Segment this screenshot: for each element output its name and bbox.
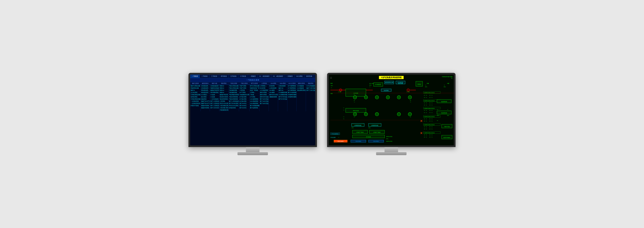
menu-item[interactable]: 闭式分水化系统 [228,105,239,107]
menu-item[interactable]: 汽机辅助机系统 [219,109,228,111]
menu-item[interactable]: 锅炉3# [190,89,200,92]
menu-item[interactable]: MFT跳闸制组 [287,85,296,87]
tab-aux34[interactable]: #3、4机组辅控 [271,75,285,78]
tab-aux2[interactable]: 二期辅控 [285,75,294,78]
menu-item[interactable]: A棚辅助测测 [269,96,278,98]
menu-item[interactable]: 量子上层高温监组 [210,105,219,107]
menu-item[interactable]: 点火机系统 [190,92,200,94]
menu-item[interactable]: 二次压差监组 [210,98,219,100]
menu-item[interactable]: 量子补水机系统 [228,103,239,105]
menu-item[interactable]: A#机组检测 [278,85,287,87]
menu-item[interactable]: 量子EF跳闸测量 [287,92,296,94]
menu-item[interactable]: 再热器温度— [201,89,210,92]
menu-item[interactable]: A#机组检测 [269,87,278,89]
menu-item[interactable]: API电H控制 [239,98,249,100]
menu-item[interactable]: 闭式分水化系统 [219,103,228,105]
menu-item[interactable]: 锅炉分系统总貌 [190,85,200,87]
menu-item[interactable]: 220V电源系统 [250,100,260,103]
menu-item[interactable]: SCR脱硫组 [297,87,306,89]
menu-item[interactable]: 疏水系统 [201,96,210,98]
tab-unit6[interactable]: 六号机组 [238,75,248,78]
menu-item[interactable]: 汽机辅助系统 [228,89,239,92]
menu-item[interactable]: 量子3D补充监组 [260,100,268,103]
tab-aux1[interactable]: 一期辅控 [248,75,258,78]
menu-item[interactable]: 引风机系统及烟风 [190,94,200,96]
tab-unit5[interactable]: 五号机组 [229,75,238,78]
menu-item[interactable]: 汽机分系统总貌 [228,85,239,87]
home-icon[interactable]: ⌂ [330,76,332,79]
menu-item[interactable]: 量子门3补充监组 [306,89,315,92]
menu-item[interactable]: 制粉SD [219,87,228,89]
menu-item[interactable]: 制粉SD [219,92,228,94]
menu-item[interactable]: 制粉SD [219,89,228,92]
menu-item[interactable]: SCRS内脱硫组 [306,85,315,87]
menu-item[interactable]: 护壁空气系统 [190,105,200,107]
menu-item[interactable]: 量子EF补充监组 [278,96,287,98]
menu-item[interactable]: 小机电 [250,94,260,96]
menu-item[interactable]: 磁场炉风管理 [219,94,228,96]
menu-item[interactable]: 一次风机系统及脱硫 [190,103,200,105]
menu-item[interactable]: 送风机系统 [190,96,200,98]
menu-item[interactable]: 汽机气系统 [239,85,249,87]
menu-item[interactable]: DEH辅助 [269,92,278,94]
menu-item[interactable]: OFT跳闸制组 [287,87,296,89]
menu-item[interactable]: 地面积灰电厂系统 [250,87,260,89]
menu-item[interactable]: 量子上层高温监组 [210,103,219,105]
menu-item[interactable]: DEH辅助 [269,89,278,92]
menu-item[interactable]: API气系统 [239,92,249,94]
menu-item[interactable]: 制粉SD [219,85,228,87]
menu-item[interactable]: 量子上层高温监组 [210,100,219,103]
menu-item[interactable]: 量子3D补充 [239,107,249,109]
menu-item[interactable]: 量子3D补充 [239,103,249,105]
menu-item[interactable]: SCR脱硫组 [297,85,306,87]
menu-item[interactable]: 量子监测系统 [250,107,260,109]
menu-item[interactable]: CD监组 [210,96,219,98]
tab-unit1[interactable]: 一号机组 [190,75,200,78]
menu-item[interactable]: 过热器温度— [201,85,210,87]
menu-item[interactable]: 发电机系统 [228,107,239,109]
menu-item[interactable]: 量子3D补充监组 [260,103,268,105]
tab-unit2[interactable]: 二号机组 [200,75,210,78]
menu-item[interactable]: 循环水补充温度监测 [260,96,268,98]
menu-item[interactable]: 公用电— [250,92,260,94]
menu-item[interactable]: 脱硫气补水气系统 [201,103,210,105]
menu-item[interactable]: API电H控制 [239,100,249,103]
menu-item[interactable]: CO2辅助炉辅组 [278,92,287,94]
menu-item[interactable]: 220V电源系统 [250,103,260,105]
menu-item[interactable]: 循环水系统 [260,94,268,96]
menu-item[interactable]: 汽机辅助系统 [228,92,239,94]
menu-item[interactable]: 磁炉门3补充监组 [306,87,315,89]
menu-item[interactable]: 引风机系统及烟风2 [190,98,200,100]
menu-item[interactable]: 汽机H控制系统 [228,98,239,100]
menu-item[interactable]: 过热器温度二 [201,87,210,89]
menu-item[interactable]: 循环水系统 [260,92,268,94]
menu-item[interactable]: 汽机辅助排水系统 [239,94,249,96]
menu-item[interactable]: 磁炉SEI [278,87,287,89]
menu-item[interactable]: CD监组 [210,94,219,96]
menu-item[interactable]: 循环水补水系统 [269,94,278,96]
menu-item[interactable]: CO2辅助炉辅组 [278,94,287,96]
menu-item[interactable]: 水冷壁温— [201,94,210,96]
menu-item[interactable]: 量子3D补充 [239,105,249,107]
menu-item[interactable]: 磁场炉风管理系统 [210,89,219,92]
menu-item[interactable]: 量子3D补充监组 [260,98,268,100]
menu-item[interactable]: 汽机分系统总貌 [228,87,239,89]
menu-item[interactable]: 电动排水装置 [219,96,228,98]
tab-realtime[interactable]: 实时性能 [304,75,314,78]
menu-item[interactable]: 过热器减温器 [210,85,219,87]
menu-item[interactable]: 汽机H控制系统 [228,96,239,98]
menu-item[interactable]: 电气分系统总貌 [250,85,260,87]
menu-item[interactable]: 量子上层高温监组二 [228,100,239,103]
menu-item[interactable]: 自动控制 [260,87,268,89]
menu-item[interactable]: 量子传感器测量 [250,105,260,107]
menu-item[interactable]: 汽机气系统 [239,87,249,89]
menu-item[interactable]: 脱硫系统 [201,98,210,100]
menu-item[interactable]: 地面积灰热烟道 [210,87,219,89]
menu-item[interactable]: 初始调风系统监组 [297,89,306,92]
menu-item[interactable]: 119V监测系统 [250,98,260,100]
menu-item[interactable]: UPS系统 [250,96,260,98]
menu-item[interactable]: EF跳闸补量测量 [287,94,296,96]
menu-item[interactable]: 脱硫炉渣系统 [201,107,210,109]
tab-ncs[interactable]: NCS系统 [294,75,304,78]
tab-unit3[interactable]: 三号机组 [210,75,219,78]
